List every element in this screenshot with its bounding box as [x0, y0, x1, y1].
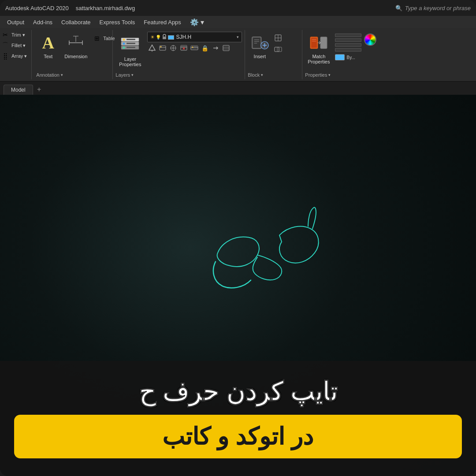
layer-icon-6[interactable]: 🔒: [200, 43, 210, 53]
layer-properties-tool[interactable]: Layer Properties: [115, 32, 145, 69]
small-tools-col: ⊞ Table: [92, 32, 115, 43]
properties-group-label[interactable]: Properties ▾: [305, 71, 473, 78]
properties-tools: Match Properties By...: [305, 32, 473, 71]
layer-dropdown-icons: ☀ 💡: [150, 33, 174, 41]
block-icon-2: [274, 45, 282, 55]
block-tool-1[interactable]: [273, 33, 283, 44]
ribbon: ✂ Trim ▾ ⌒ Fillet ▾ ⣿ Array ▾ A: [0, 28, 476, 82]
color-swatch-layer: [168, 33, 174, 41]
drawing-canvas[interactable]: تایپ کردن حرف ح در اتوکد و کاتب: [0, 95, 476, 476]
text-label: Text: [44, 54, 52, 59]
dimension-label: Dimension: [64, 54, 87, 59]
layer-icon-4[interactable]: [179, 43, 189, 53]
insert-icon: [250, 33, 269, 52]
block-label: Block: [248, 72, 260, 78]
svg-point-9: [123, 43, 125, 45]
menu-featured-apps[interactable]: Featured Apps: [140, 18, 185, 26]
layer-icon-3[interactable]: [168, 43, 178, 53]
trim-icon: ✂: [1, 30, 10, 39]
by-layer-label: By...: [346, 55, 355, 60]
array-tool[interactable]: ⣿ Array ▾: [0, 51, 28, 61]
file-name: sattarkhan.mirhadi.dwg: [76, 5, 135, 11]
svg-rect-25: [191, 47, 198, 50]
app-title: Autodesk AutoCAD 2020: [5, 5, 69, 11]
layer-icon-1[interactable]: [147, 43, 157, 53]
lock-icon: [162, 34, 167, 40]
layer-icon-7[interactable]: [211, 43, 220, 53]
match-properties-tool[interactable]: Match Properties: [305, 32, 332, 66]
block-tools: Insert: [248, 32, 299, 71]
block-icon-1: [274, 34, 282, 44]
svg-rect-11: [126, 39, 135, 40]
svg-rect-43: [275, 47, 279, 52]
title-bar-search[interactable]: 🔍 Type a keyword or phrase: [395, 5, 471, 11]
banner-subtitle-box: در اتوکد و کاتب: [14, 415, 462, 458]
layer-small-tools: 🔒: [147, 43, 242, 53]
annotation-group-label[interactable]: Annotation ▾: [36, 71, 110, 78]
properties-small-tools: By...: [335, 32, 361, 60]
svg-rect-13: [126, 47, 135, 48]
color-wheel[interactable]: [364, 33, 376, 46]
annotation-group: A Text: [33, 30, 113, 79]
menu-output[interactable]: Output: [4, 18, 28, 26]
text-tool[interactable]: A Text: [36, 32, 60, 61]
add-tab-button[interactable]: +: [34, 84, 45, 95]
search-placeholder-text: Type a keyword or phrase: [405, 5, 471, 11]
layers-label: Layers: [115, 72, 130, 78]
app-container: Autodesk AutoCAD 2020 sattarkhan.mirhadi…: [0, 0, 476, 476]
match-properties-icon: [309, 33, 328, 52]
block-chevron: ▾: [261, 73, 263, 77]
banner-subtitle: در اتوکد و کاتب: [28, 423, 448, 450]
layer-properties-label: Layer Properties: [119, 56, 141, 67]
table-tool[interactable]: ⊞ Table: [92, 33, 115, 43]
layer-dropdown[interactable]: ☀ 💡 SJH.H ▾: [147, 32, 242, 42]
dimension-icon: [67, 33, 85, 52]
tab-strip: Model +: [0, 82, 476, 95]
block-small-tools: [273, 32, 283, 56]
svg-rect-47: [320, 37, 327, 49]
layer-properties-icon: [119, 33, 141, 55]
insert-label: Insert: [254, 54, 266, 59]
arabic-calligraphy: [182, 200, 368, 342]
svg-rect-14: [163, 37, 166, 39]
bulb-icon: 💡: [156, 35, 161, 40]
overlay-banner: تایپ کردن حرف ح در اتوکد و کاتب: [0, 361, 476, 476]
trim-tool[interactable]: ✂ Trim ▾: [0, 30, 28, 40]
sun-icon: ☀: [150, 34, 155, 40]
layers-group-label[interactable]: Layers ▾: [115, 71, 242, 78]
svg-point-19: [160, 46, 162, 48]
match-properties-label: Match Properties: [308, 54, 330, 64]
menu-more[interactable]: ⚙️ ▾: [186, 17, 208, 27]
layer-icon-2[interactable]: [158, 43, 167, 53]
ribbon-content: ✂ Trim ▾ ⌒ Fillet ▾ ⣿ Array ▾ A: [0, 28, 476, 81]
block-group-label[interactable]: Block ▾: [248, 71, 299, 78]
layer-icon-5[interactable]: [190, 43, 199, 53]
layer-name: SJH.H: [176, 34, 235, 40]
array-icon: ⣿: [1, 52, 10, 60]
block-tool-2[interactable]: [273, 45, 283, 56]
menu-express-tools[interactable]: Express Tools: [96, 18, 139, 26]
insert-tool[interactable]: Insert: [248, 32, 271, 61]
left-trim-tools: ✂ Trim ▾ ⌒ Fillet ▾ ⣿ Array ▾: [0, 30, 32, 79]
menu-bar: Output Add-ins Collaborate Express Tools…: [0, 16, 476, 28]
properties-chevron: ▾: [328, 73, 331, 77]
model-tab[interactable]: Model: [4, 85, 33, 95]
properties-group: Match Properties By...: [302, 30, 476, 79]
dimension-tool[interactable]: Dimension: [62, 32, 90, 61]
svg-marker-15: [149, 45, 155, 50]
layers-group: Layer Properties ☀ 💡: [113, 30, 245, 79]
layer-right-tools: ☀ 💡 SJH.H ▾: [147, 32, 242, 53]
menu-addins[interactable]: Add-ins: [30, 18, 56, 26]
svg-point-27: [192, 47, 193, 48]
annotation-tools: A Text: [36, 32, 110, 71]
svg-rect-44: [277, 47, 282, 52]
svg-rect-12: [126, 43, 135, 44]
search-icon: 🔍: [395, 5, 402, 11]
properties-label: Properties: [305, 72, 327, 78]
color-swatch-props[interactable]: [335, 54, 345, 60]
layer-icon-8[interactable]: [221, 43, 231, 53]
fillet-tool[interactable]: ⌒ Fillet ▾: [0, 41, 28, 50]
menu-collaborate[interactable]: Collaborate: [58, 18, 94, 26]
banner-title: تایپ کردن حرف ح: [14, 377, 462, 407]
table-icon: ⊞: [93, 34, 101, 43]
